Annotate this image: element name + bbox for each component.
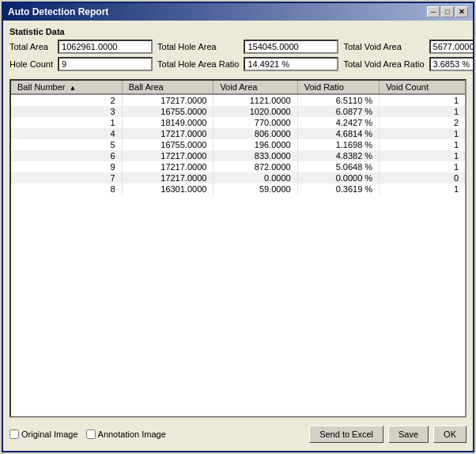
total-hole-area-label: Total Hole Area bbox=[157, 42, 239, 51]
total-hole-area-input[interactable] bbox=[244, 40, 338, 54]
ok-button[interactable]: OK bbox=[433, 426, 467, 443]
title-bar-buttons: ─ □ ✕ bbox=[427, 6, 468, 17]
cell-void-area: 196.0000 bbox=[213, 139, 297, 150]
cell-void-count: 1 bbox=[380, 183, 465, 195]
total-area-label: Total Area bbox=[9, 42, 53, 51]
cell-void-count: 1 bbox=[380, 139, 465, 150]
cell-void-ratio: 4.8382 % bbox=[297, 150, 379, 161]
cell-void-ratio: 0.3619 % bbox=[297, 183, 379, 195]
annotation-image-label: Annotation Image bbox=[98, 429, 166, 439]
cell-ball-number: 6 bbox=[11, 150, 122, 161]
cell-ball-area: 17217.0000 bbox=[122, 172, 213, 183]
table-row: 516755.0000196.00001.1698 %1 bbox=[11, 139, 465, 150]
cell-void-ratio: 1.1698 % bbox=[297, 139, 379, 150]
table-header-row: Ball Number ▲ Ball Area Void Area Void R… bbox=[11, 81, 465, 94]
table-row: 917217.0000872.00005.0648 %1 bbox=[11, 161, 465, 172]
footer: Original Image Annotation Image Send to … bbox=[9, 422, 467, 445]
cell-ball-number: 9 bbox=[11, 161, 122, 172]
cell-ball-area: 16301.0000 bbox=[122, 183, 213, 195]
cell-void-area: 770.0000 bbox=[213, 117, 297, 128]
stats-grid: Total Area Total Hole Area Total Void Ar… bbox=[9, 40, 467, 71]
annotation-image-checkbox[interactable] bbox=[86, 429, 96, 439]
table-row: 316755.00001020.00006.0877 %1 bbox=[11, 106, 465, 117]
cell-void-ratio: 6.5110 % bbox=[297, 94, 379, 106]
stats-label: Statistic Data bbox=[9, 27, 467, 36]
minimize-button[interactable]: ─ bbox=[427, 6, 440, 17]
cell-void-ratio: 0.0000 % bbox=[297, 172, 379, 183]
table-row: 217217.00001121.00006.5110 %1 bbox=[11, 94, 465, 106]
cell-ball-number: 8 bbox=[11, 183, 122, 195]
col-ball-number[interactable]: Ball Number ▲ bbox=[11, 81, 122, 94]
cell-void-count: 1 bbox=[380, 106, 465, 117]
window-body: Statistic Data Total Area Total Hole Are… bbox=[3, 21, 473, 451]
cell-void-ratio: 5.0648 % bbox=[297, 161, 379, 172]
total-void-area-ratio-label: Total Void Area Ratio bbox=[343, 59, 424, 69]
cell-ball-number: 7 bbox=[11, 172, 122, 183]
cell-ball-number: 5 bbox=[11, 139, 122, 150]
cell-void-area: 833.0000 bbox=[213, 150, 297, 161]
table-row: 617217.0000833.00004.8382 %1 bbox=[11, 150, 465, 161]
original-image-checkbox-label[interactable]: Original Image bbox=[9, 429, 78, 439]
table-row: 118149.0000770.00004.2427 %2 bbox=[11, 117, 465, 128]
col-void-area[interactable]: Void Area bbox=[213, 81, 297, 94]
data-table: Ball Number ▲ Ball Area Void Area Void R… bbox=[11, 81, 465, 195]
maximize-button[interactable]: □ bbox=[441, 6, 454, 17]
cell-void-count: 0 bbox=[380, 172, 465, 183]
cell-void-area: 806.0000 bbox=[213, 128, 297, 139]
cell-ball-area: 17217.0000 bbox=[122, 94, 213, 106]
cell-void-area: 1020.0000 bbox=[213, 106, 297, 117]
table-row: 816301.000059.00000.3619 %1 bbox=[11, 183, 465, 195]
window-title: Auto Detection Report bbox=[8, 6, 108, 17]
cell-void-count: 2 bbox=[380, 117, 465, 128]
cell-ball-area: 17217.0000 bbox=[122, 161, 213, 172]
total-void-area-input[interactable] bbox=[429, 40, 473, 54]
send-to-excel-button[interactable]: Send to Excel bbox=[309, 426, 383, 443]
total-hole-area-ratio-label: Total Hole Area Ratio bbox=[157, 59, 239, 69]
hole-count-input[interactable] bbox=[58, 57, 153, 71]
annotation-image-checkbox-label[interactable]: Annotation Image bbox=[86, 429, 166, 439]
cell-ball-area: 17217.0000 bbox=[122, 150, 213, 161]
cell-ball-area: 16755.0000 bbox=[122, 139, 213, 150]
total-void-area-label: Total Void Area bbox=[343, 42, 424, 51]
table-row: 417217.0000806.00004.6814 %1 bbox=[11, 128, 465, 139]
original-image-label: Original Image bbox=[21, 429, 78, 439]
original-image-checkbox[interactable] bbox=[9, 429, 19, 439]
cell-ball-area: 16755.0000 bbox=[122, 106, 213, 117]
total-area-input[interactable] bbox=[58, 40, 153, 54]
cell-ball-number: 2 bbox=[11, 94, 122, 106]
cell-ball-number: 4 bbox=[11, 128, 122, 139]
cell-void-count: 1 bbox=[380, 161, 465, 172]
cell-void-area: 59.0000 bbox=[213, 183, 297, 195]
footer-left: Original Image Annotation Image bbox=[9, 429, 166, 439]
data-table-container: Ball Number ▲ Ball Area Void Area Void R… bbox=[9, 79, 467, 418]
cell-void-count: 1 bbox=[380, 94, 465, 106]
cell-void-area: 0.0000 bbox=[213, 172, 297, 183]
total-hole-area-ratio-input[interactable] bbox=[244, 57, 338, 71]
cell-ball-number: 1 bbox=[11, 117, 122, 128]
col-void-count[interactable]: Void Count bbox=[380, 81, 465, 94]
total-void-area-ratio-input[interactable] bbox=[429, 57, 473, 71]
cell-void-count: 1 bbox=[380, 128, 465, 139]
cell-ball-area: 18149.0000 bbox=[122, 117, 213, 128]
cell-void-count: 1 bbox=[380, 150, 465, 161]
table-row: 717217.00000.00000.0000 %0 bbox=[11, 172, 465, 183]
cell-void-area: 872.0000 bbox=[213, 161, 297, 172]
col-ball-area[interactable]: Ball Area bbox=[122, 81, 213, 94]
title-bar: Auto Detection Report ─ □ ✕ bbox=[3, 3, 473, 21]
save-button[interactable]: Save bbox=[388, 426, 429, 443]
cell-void-ratio: 6.0877 % bbox=[297, 106, 379, 117]
cell-void-ratio: 4.2427 % bbox=[297, 117, 379, 128]
footer-right: Send to Excel Save OK bbox=[309, 426, 467, 443]
main-window: Auto Detection Report ─ □ ✕ Statistic Da… bbox=[2, 2, 474, 452]
cell-ball-number: 3 bbox=[11, 106, 122, 117]
cell-void-area: 1121.0000 bbox=[213, 94, 297, 106]
close-button[interactable]: ✕ bbox=[455, 6, 468, 17]
hole-count-label: Hole Count bbox=[9, 59, 53, 69]
cell-void-ratio: 4.6814 % bbox=[297, 128, 379, 139]
cell-ball-area: 17217.0000 bbox=[122, 128, 213, 139]
col-void-ratio[interactable]: Void Ratio bbox=[297, 81, 379, 94]
stats-section: Statistic Data Total Area Total Hole Are… bbox=[9, 27, 467, 74]
